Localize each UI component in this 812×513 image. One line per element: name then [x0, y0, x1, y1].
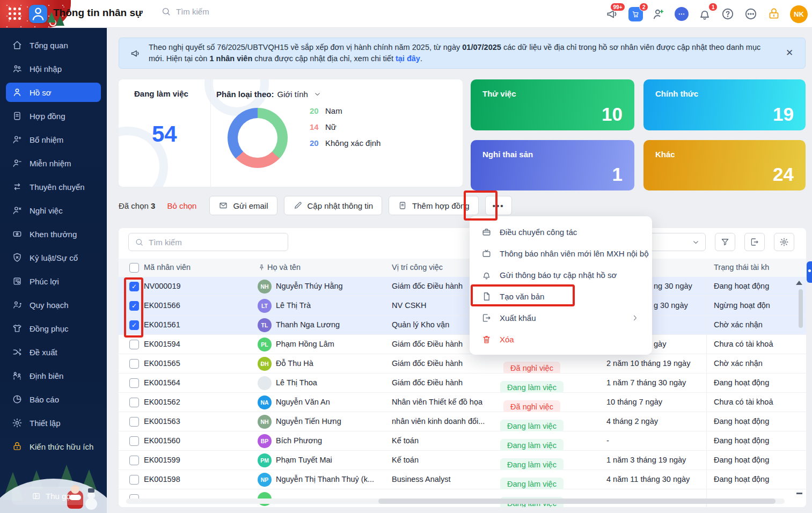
- menu-item-thong-bao-nhan-vien-moi-len-mxh-noi-bo[interactable]: Thông báo nhân viên mới lên MXH nội bộ: [470, 243, 652, 264]
- sidebar-item-tong-quan[interactable]: Tổng quan: [0, 33, 107, 57]
- table-row[interactable]: EK001564Lê Thị ThoaGiám đốc Điều hànhĐan…: [119, 373, 806, 393]
- vertical-scrollbar[interactable]: [799, 289, 803, 328]
- menu-item-dieu-chuyen-cong-tac[interactable]: Điều chuyển công tác: [470, 221, 652, 243]
- sidebar-item-ky-luat-su-co[interactable]: Kỷ luật/Sự cố: [0, 246, 107, 269]
- status-badge: Đang làm việc: [500, 439, 564, 452]
- table-search[interactable]: [128, 233, 288, 251]
- stat-card-chinh-thuc[interactable]: Chính thức19: [643, 79, 806, 130]
- sidebar-item-kien-thuc-huu-ich[interactable]: Kiến thức hữu ích: [0, 435, 107, 458]
- export-button[interactable]: [744, 233, 765, 251]
- table-search-input[interactable]: [149, 238, 282, 247]
- update-info-button[interactable]: Cập nhật thông tin: [284, 196, 383, 215]
- sidebar-item-bo-nhiem[interactable]: Bổ nhiệm: [0, 128, 107, 151]
- more-actions-button[interactable]: •••: [485, 196, 512, 215]
- select-all-checkbox[interactable]: [129, 263, 139, 273]
- filter-button[interactable]: [715, 233, 735, 251]
- stat-card-thu-viec[interactable]: Thử việc10: [471, 79, 634, 130]
- table-row[interactable]: EK001598NPNguyễn Thị Thanh Thuỷ (k...Bus…: [119, 470, 806, 489]
- more-options-icon[interactable]: [744, 7, 758, 21]
- close-icon[interactable]: ✕: [785, 48, 794, 58]
- add-contract-button[interactable]: Thêm hợp đồng: [389, 196, 479, 215]
- menu-item-xoa[interactable]: Xóa: [470, 328, 652, 350]
- column-divider: [706, 277, 707, 296]
- menu-item-xuat-khau[interactable]: Xuất khẩu: [470, 307, 652, 328]
- employee-code: EK001566: [144, 301, 180, 310]
- sidebar-item-thuyen-chuyen[interactable]: Thuyên chuyển: [0, 175, 107, 199]
- useful-knowledge-icon[interactable]: [767, 7, 781, 21]
- app-grid-icon[interactable]: [9, 8, 21, 20]
- announcements-icon[interactable]: 99+: [605, 7, 619, 21]
- row-checkbox[interactable]: [129, 378, 139, 388]
- sidebar-item-khen-thuong[interactable]: Khen thưởng: [0, 222, 107, 246]
- sidebar-item-ho-so[interactable]: Hồ sơ: [6, 83, 101, 102]
- row-checkbox[interactable]: [129, 475, 139, 485]
- global-search[interactable]: [161, 6, 262, 17]
- sidebar-item-hoi-nhap[interactable]: Hội nhập: [0, 57, 107, 80]
- table-row[interactable]: ✓EK001566LTLê Thị TràNV CSKHg 30 ngàyNgừ…: [119, 296, 806, 316]
- table-row[interactable]: ✓NV000019NHNguyễn Thúy HằngGiám đốc Điều…: [119, 277, 806, 296]
- collapse-label: Thu gọn: [46, 492, 75, 501]
- banner-link[interactable]: tại đây: [396, 54, 420, 63]
- search-icon: [135, 238, 144, 247]
- row-checkbox[interactable]: ✓: [129, 320, 139, 330]
- table-row[interactable]: EK001565ĐHĐỗ Thu HàGiám đốc Điều hànhĐã …: [119, 354, 806, 373]
- pin-icon[interactable]: [258, 263, 266, 272]
- floating-blue-tab[interactable]: [807, 261, 812, 283]
- menu-item-gui-thong-bao-tu-cap-nhat-ho-so[interactable]: Gửi thông báo tự cập nhật hồ sơ: [470, 264, 652, 285]
- sidebar-item-mien-nhiem[interactable]: Miễn nhiệm: [0, 151, 107, 175]
- employee-name: Lê Thị Thoa: [276, 378, 317, 387]
- row-checkbox[interactable]: [129, 417, 139, 427]
- row-checkbox[interactable]: [129, 398, 139, 407]
- help-icon[interactable]: [721, 7, 735, 21]
- table-settings-button[interactable]: [774, 233, 794, 251]
- sidebar-item-hop-dong[interactable]: Hợp đồng: [0, 104, 107, 128]
- stat-card-khac[interactable]: Khác24: [643, 140, 806, 190]
- clear-selection-button[interactable]: Bỏ chọn: [167, 201, 196, 210]
- sidebar-item-dinh-bien[interactable]: Định biên: [0, 364, 107, 387]
- sidebar-item-bao-cao[interactable]: Báo cáo: [0, 387, 107, 411]
- table-row[interactable]: EK001563NHNguyễn Tiến Hưngnhân viên kinh…: [119, 412, 806, 431]
- user-avatar[interactable]: NK: [790, 5, 808, 23]
- sidebar-item-nghi-viec[interactable]: Nghỉ việc: [0, 199, 107, 222]
- global-search-input[interactable]: [176, 7, 262, 16]
- row-checkbox[interactable]: [129, 436, 139, 446]
- table-row[interactable]: EK001594PLPhạm Hồng LâmGiám đốc Điều hàn…: [119, 335, 806, 354]
- scroll-up-arrow[interactable]: [796, 281, 802, 285]
- pencil-icon: [293, 201, 303, 210]
- menu-item-tao-van-ban[interactable]: Tạo văn bản: [470, 285, 652, 307]
- row-checkbox[interactable]: [129, 359, 139, 369]
- table-row[interactable]: EK001562NANguyễn Văn AnNhân viên Thiết k…: [119, 393, 806, 412]
- messenger-icon[interactable]: ⋯: [675, 7, 689, 21]
- app-logo[interactable]: [29, 5, 47, 23]
- account-status: Đang hoạt động: [714, 436, 794, 445]
- view-select[interactable]: [649, 233, 706, 251]
- menu-item-label: Xóa: [500, 335, 514, 344]
- row-checkbox[interactable]: ✓: [129, 301, 139, 311]
- row-checkbox[interactable]: [129, 456, 139, 465]
- scroll-down-arrow[interactable]: [796, 493, 802, 494]
- collapse-sidebar-button[interactable]: Thu gọn: [12, 487, 95, 505]
- row-checkbox[interactable]: ✓: [129, 282, 139, 291]
- more-actions-menu: Điều chuyển công tácThông báo nhân viên …: [470, 216, 652, 355]
- tenure-duration: ng 30 ngày: [654, 282, 692, 290]
- notifications-icon[interactable]: 1: [698, 7, 712, 21]
- sidebar-item-de-xuat[interactable]: Đề xuất: [0, 340, 107, 364]
- sidebar-item-quy-hoach[interactable]: Quy hoạch: [0, 293, 107, 317]
- classify-selector[interactable]: Phân loại theo: Giới tính: [216, 90, 321, 99]
- horizontal-scrollbar[interactable]: [378, 499, 776, 504]
- add-user-icon[interactable]: [652, 7, 665, 21]
- stat-card-label: Khác: [655, 150, 675, 159]
- table-row[interactable]: EK001560BPBích PhươngKế toánĐang làm việ…: [119, 431, 806, 451]
- sidebar-item-thiet-lap[interactable]: Thiết lập: [0, 411, 107, 435]
- table-row[interactable]: ✓EK001561TLThanh Nga LươngQuản lý Kho vậ…: [119, 316, 806, 335]
- store-icon[interactable]: 2: [628, 7, 642, 21]
- stat-card-value: 19: [773, 104, 794, 125]
- table-row[interactable]: EK001599PMPhạm Tuyết MaiKế toánĐang làm …: [119, 451, 806, 470]
- row-checkbox[interactable]: [129, 340, 139, 349]
- send-email-button[interactable]: Gửi email: [209, 196, 277, 215]
- employee-code: EK001599: [144, 456, 180, 464]
- stat-card-nghi-thai-san[interactable]: Nghỉ thai sản1: [471, 140, 634, 190]
- table-header: Mã nhân viên Họ và tên Vị trí công việc …: [119, 259, 806, 277]
- sidebar-item-dong-phuc[interactable]: Đồng phục: [0, 317, 107, 340]
- sidebar-item-phuc-loi[interactable]: Phúc lợi: [0, 269, 107, 293]
